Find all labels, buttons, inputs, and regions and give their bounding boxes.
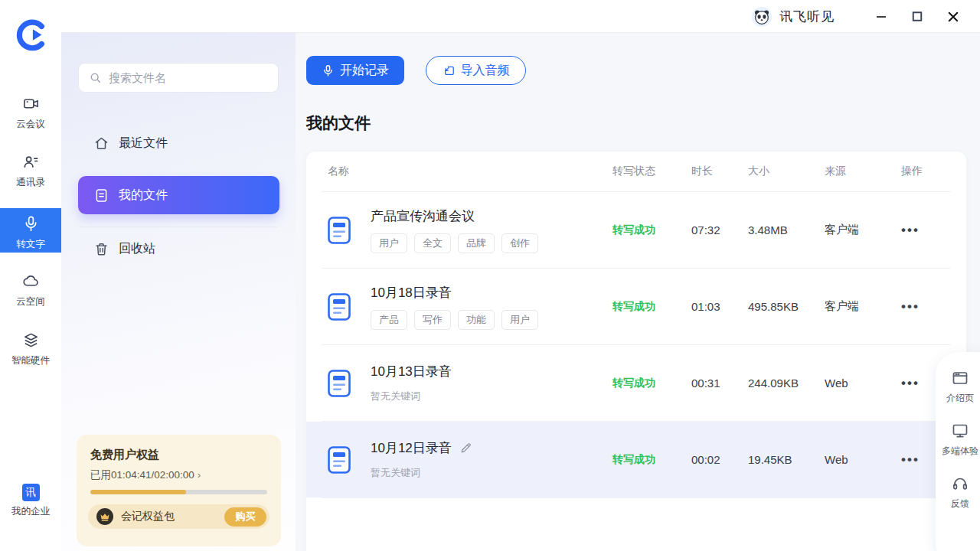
app-title: 讯飞听见 [779, 8, 835, 25]
home-icon [93, 135, 109, 152]
transcribe-status: 转写成功 [612, 453, 691, 467]
keyword-tag: 品牌 [458, 233, 495, 253]
nav-item-transcribe[interactable]: 转文字 [0, 208, 61, 253]
more-actions-icon[interactable]: ••• [901, 299, 951, 315]
edit-name-icon[interactable] [459, 442, 472, 455]
benefits-package-label: 会记权益包 [121, 510, 224, 523]
source: Web [825, 453, 901, 466]
more-actions-icon[interactable]: ••• [901, 223, 951, 238]
buy-button[interactable]: 购买 [224, 507, 266, 527]
table-header: 名称 转写状态 时长 大小 来源 操作 [306, 152, 966, 191]
sidebar-item-my-files[interactable]: 我的文件 [78, 176, 279, 214]
enterprise-badge: 讯 [22, 484, 40, 501]
file-size: 3.48MB [748, 223, 825, 236]
document-icon [93, 187, 109, 204]
file-size: 19.45KB [748, 453, 825, 466]
duration: 07:32 [691, 223, 748, 236]
multi-device-label: 多端体验 [942, 445, 978, 458]
file-doc-icon [328, 217, 351, 244]
nav-item-contacts[interactable]: 通讯录 [0, 153, 61, 189]
intro-page-label: 介绍页 [946, 392, 974, 405]
contacts-icon [22, 153, 40, 171]
start-record-button[interactable]: 开始记录 [306, 56, 404, 85]
nav-item-label: 智能硬件 [0, 354, 61, 367]
minimize-button[interactable] [874, 10, 888, 24]
duration: 00:02 [691, 453, 748, 466]
nav-item-my-enterprise[interactable]: 讯 我的企业 [0, 484, 61, 518]
sidebar-item-label: 我的文件 [119, 187, 168, 204]
table-row[interactable]: 10月18日录音 产品 写作 功能 用户 转写成功 01:03 495.85KB… [306, 269, 966, 344]
benefits-progress-fill [90, 490, 186, 494]
sidebar-divider [80, 227, 277, 227]
benefits-progress-track [90, 490, 267, 494]
col-duration: 时长 [691, 165, 748, 178]
duration: 01:03 [691, 300, 748, 313]
import-audio-button[interactable]: 导入音频 [426, 56, 526, 85]
close-button[interactable] [946, 10, 960, 24]
sidebar-item-label: 回收站 [119, 241, 155, 257]
headset-icon [951, 474, 969, 493]
feedback-label: 反馈 [951, 497, 969, 510]
benefits-usage[interactable]: 已用01:04:41/02:00:00› [90, 468, 267, 482]
monitor-icon [951, 422, 969, 440]
start-record-label: 开始记录 [340, 63, 389, 79]
import-audio-icon [443, 64, 456, 77]
file-name: 10月12日录音 [371, 439, 472, 457]
video-camera-icon [22, 95, 40, 112]
layers-icon [22, 331, 40, 349]
table-row[interactable]: 10月12日录音 暂无关键词 转写成功 00:02 19.45KB Web ••… [306, 422, 966, 497]
table-row[interactable]: 10月13日录音 暂无关键词 转写成功 00:31 244.09KB Web •… [306, 345, 966, 421]
source: 客户端 [825, 223, 901, 237]
microphone-icon [22, 215, 40, 233]
keyword-tag: 全文 [414, 233, 451, 253]
sidebar-item-label: 最近文件 [119, 135, 168, 152]
benefits-card: 免费用户权益 已用01:04:41/02:00:00› 会记权益包 购买 [77, 435, 281, 546]
file-size: 495.85KB [748, 300, 825, 313]
col-actions: 操作 [901, 165, 951, 178]
file-size: 244.09KB [748, 377, 825, 390]
keyword-tag: 用户 [501, 310, 538, 330]
file-name: 产品宣传沟通会议 [371, 207, 538, 225]
feedback-button[interactable]: 反馈 [951, 474, 969, 510]
col-status: 转写状态 [612, 165, 691, 178]
trash-icon [93, 241, 109, 257]
col-name: 名称 [328, 165, 612, 178]
panda-avatar[interactable] [752, 7, 772, 27]
search-input[interactable] [109, 71, 262, 84]
file-name: 10月13日录音 [371, 363, 452, 380]
transcribe-status: 转写成功 [612, 300, 691, 314]
nav-item-label: 通讯录 [0, 176, 61, 189]
table-row[interactable]: 产品宣传沟通会议 用户 全文 品牌 创作 转写成功 07:32 3.48MB 客… [306, 192, 966, 268]
col-source: 来源 [825, 165, 901, 178]
main-content: 开始记录 导入音频 我的文件 名称 转写状态 时长 大小 来源 操作 [296, 33, 980, 551]
nav-item-cloud-space[interactable]: 云空间 [0, 272, 61, 308]
file-doc-icon [328, 370, 351, 397]
keyword-tag: 写作 [414, 310, 451, 330]
left-nav-rail: 云会议 通讯录 转文字 云空间 智能硬件 讯 我的企业 [0, 0, 61, 551]
row-divider [322, 497, 951, 498]
sidebar-item-recent-files[interactable]: 最近文件 [78, 126, 279, 160]
nav-item-smart-hardware[interactable]: 智能硬件 [0, 331, 61, 367]
title-bar: 讯飞听见 [0, 0, 980, 33]
search-icon [88, 70, 103, 85]
page-title: 我的文件 [306, 112, 371, 134]
file-sidebar: 最近文件 我的文件 回收站 免费用户权益 已用01:04:41/02:00:00… [61, 33, 296, 551]
enterprise-label: 我的企业 [0, 505, 61, 518]
nav-item-cloud-meeting[interactable]: 云会议 [0, 95, 61, 131]
intro-page-button[interactable]: 介绍页 [946, 369, 974, 405]
file-table-card: 名称 转写状态 时长 大小 来源 操作 产品宣传沟通会议 用户 全文 [306, 152, 966, 551]
app-logo-icon[interactable] [13, 17, 48, 52]
duration: 00:31 [691, 377, 748, 390]
floating-side-panel: 介绍页 多端体验 反馈 [936, 352, 980, 551]
import-audio-label: 导入音频 [461, 63, 510, 79]
maximize-button[interactable] [910, 10, 924, 24]
app-window: 讯飞听见 云会议 通讯录 [0, 0, 980, 551]
file-doc-icon [328, 293, 351, 321]
sidebar-item-recycle-bin[interactable]: 回收站 [78, 232, 279, 266]
benefits-title: 免费用户权益 [90, 448, 267, 462]
nav-item-label: 转文字 [0, 238, 61, 251]
transcribe-status: 转写成功 [612, 377, 691, 390]
source: Web [825, 377, 901, 390]
benefits-package-pill: 会记权益包 购买 [88, 504, 270, 529]
multi-device-button[interactable]: 多端体验 [942, 422, 978, 458]
